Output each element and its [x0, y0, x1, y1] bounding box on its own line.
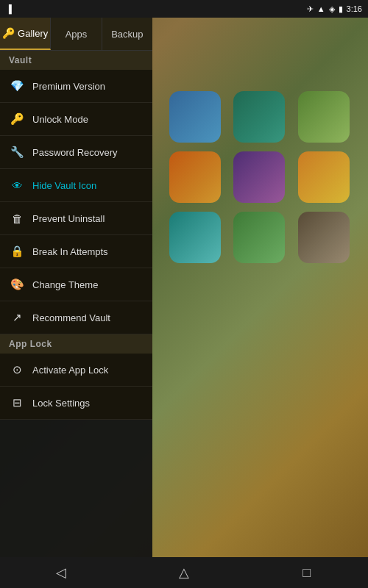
premium-icon: 💎	[9, 78, 25, 94]
recent-icon: □	[302, 565, 311, 581]
back-icon: ◁	[56, 564, 66, 581]
hide-vault-label: Hide Vault Icon	[32, 180, 96, 191]
time-display: 3:16	[347, 4, 362, 13]
menu-item-lock-settings[interactable]: ⊟ Lock Settings	[0, 387, 152, 420]
applock-section-header: App Lock	[0, 334, 152, 354]
prevent-label: Prevent Uninstall	[32, 213, 105, 224]
app-icon	[169, 212, 221, 263]
app-icon	[233, 212, 285, 263]
password-label: Password Recovery	[32, 147, 118, 158]
app-icon	[169, 91, 221, 143]
prevent-icon: 🗑	[9, 210, 25, 226]
app-icon	[169, 151, 221, 203]
vault-section-header: Vault	[0, 51, 152, 70]
recommend-label: Recommend Vault	[32, 312, 110, 323]
nav-bar: ◁ △ □	[0, 557, 368, 588]
menu-item-breakin[interactable]: 🔒 Break In Attempts	[0, 235, 152, 268]
lock-settings-label: Lock Settings	[32, 398, 90, 409]
theme-label: Change Theme	[32, 279, 98, 290]
password-icon: 🔧	[9, 144, 25, 160]
menu-item-unlock[interactable]: 🔑 Unlock Mode	[0, 103, 152, 136]
tab-backup[interactable]: Backup	[102, 18, 152, 50]
app-icon	[233, 91, 285, 143]
tab-gallery[interactable]: 🔑 Gallery	[0, 18, 51, 50]
menu-item-recommend[interactable]: ↗ Recommend Vault	[0, 301, 152, 334]
tab-apps[interactable]: Apps	[51, 18, 102, 50]
home-icon: △	[179, 564, 189, 581]
status-bar-left: ▐	[6, 4, 12, 13]
premium-label: Premium Version	[32, 81, 105, 92]
menu-item-prevent[interactable]: 🗑 Prevent Uninstall	[0, 202, 152, 235]
apps-tab-label: Apps	[66, 29, 88, 40]
menu-item-activate[interactable]: ⊙ Activate App Lock	[0, 354, 152, 387]
tab-bar: 🔑 Gallery Apps Backup	[0, 18, 152, 51]
gallery-tab-icon: 🔑	[2, 27, 15, 39]
hide-vault-icon: 👁	[9, 177, 25, 193]
theme-icon: 🎨	[9, 276, 25, 293]
menu-item-password[interactable]: 🔧 Password Recovery	[0, 136, 152, 169]
app-icon	[298, 91, 350, 143]
status-bar: ▐ ✈ ▲ ◈ ▮ 3:16	[0, 0, 368, 18]
signal-icon: ▐	[6, 4, 12, 13]
wifi-signal-icon: ◈	[329, 4, 335, 14]
lock-settings-icon: ⊟	[9, 395, 25, 411]
sidebar: 🔑 Gallery Apps Backup Vault 💎 Premium Ve…	[0, 18, 152, 570]
recommend-icon: ↗	[9, 309, 25, 326]
app-icon	[298, 212, 350, 263]
unlock-label: Unlock Mode	[32, 114, 88, 125]
menu-item-premium[interactable]: 💎 Premium Version	[0, 70, 152, 103]
app-icon	[298, 151, 350, 203]
battery-icon: ▮	[339, 4, 343, 14]
app-grid	[155, 76, 368, 278]
airplane-icon: ✈	[307, 4, 314, 14]
menu-item-hide-vault[interactable]: 👁 Hide Vault Icon	[0, 169, 152, 202]
unlock-icon: 🔑	[9, 111, 25, 127]
home-button[interactable]: △	[166, 557, 202, 588]
activate-label: Activate App Lock	[32, 365, 108, 376]
recent-button[interactable]: □	[289, 557, 325, 588]
wifi-icon: ▲	[317, 4, 325, 13]
breakin-label: Break In Attempts	[32, 246, 108, 257]
activate-icon: ⊙	[9, 362, 25, 378]
backup-tab-label: Backup	[111, 29, 143, 40]
main-container: 🔑 Gallery Apps Backup Vault 💎 Premium Ve…	[0, 18, 368, 570]
back-button[interactable]: ◁	[43, 557, 79, 588]
menu-item-theme[interactable]: 🎨 Change Theme	[0, 268, 152, 301]
breakin-icon: 🔒	[9, 243, 25, 259]
status-bar-right: ✈ ▲ ◈ ▮ 3:16	[307, 4, 362, 14]
gallery-tab-label: Gallery	[18, 28, 48, 39]
app-icon	[233, 151, 285, 203]
